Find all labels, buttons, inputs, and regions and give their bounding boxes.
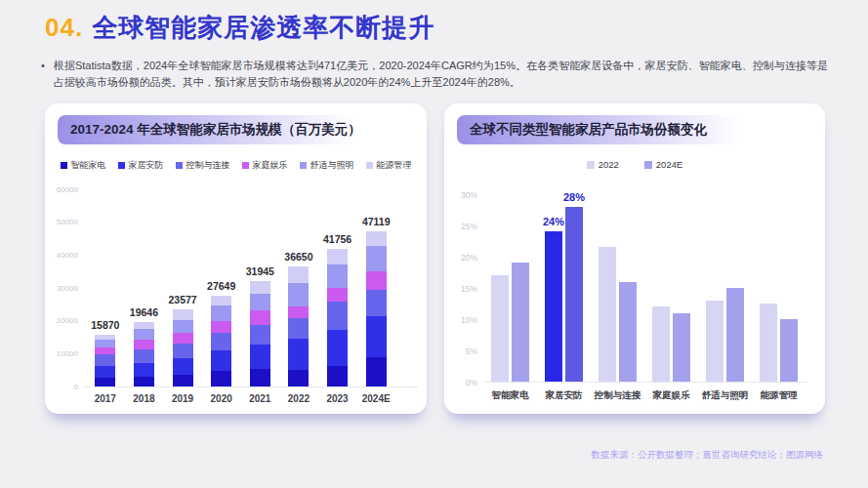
bar-segment [211, 350, 231, 371]
bar [491, 275, 509, 382]
bar-segment [95, 378, 115, 386]
bar-segment [250, 345, 270, 369]
bar-total-label: 27649 [190, 280, 253, 292]
bar-value-label: 24% [534, 216, 573, 227]
slide: 04.全球智能家居渗透率不断提升 • 根据Statista数据，2024年全球智… [0, 0, 868, 488]
bar-segment [211, 296, 231, 305]
data-source-note: 数据来源：公开数据整理；嘉世咨询研究结论；图源网络 [592, 449, 824, 462]
bar-segment [327, 330, 348, 367]
bar-segment [173, 344, 193, 358]
bar-segment [327, 302, 348, 330]
bar-segment [288, 283, 309, 306]
bar-value-label: 28% [555, 191, 594, 203]
bar [619, 282, 637, 382]
bar-segment [211, 333, 231, 351]
bar-total-label: 41756 [307, 233, 369, 245]
bar-segment [366, 231, 387, 245]
x-axis-category-label: 2024E [349, 393, 403, 404]
x-axis-line [483, 382, 807, 383]
bar-segment [250, 294, 270, 311]
bar-segment [366, 316, 387, 356]
bar-total-label: 36650 [268, 251, 330, 263]
bar-segment [327, 249, 348, 264]
x-axis-category-label: 能源管理 [747, 389, 810, 402]
bar-segment [95, 340, 115, 347]
market-share-chart-card: 全球不同类型智能家居产品市场份额变化 20222024E 0%5%10%15%2… [444, 103, 825, 414]
bar-segment [366, 290, 387, 316]
bar-segment [173, 375, 193, 386]
bar [565, 207, 583, 382]
bar-segment [327, 264, 348, 288]
bullet-marker-icon: • [41, 58, 45, 91]
bar-segment [134, 329, 154, 340]
bar-total-label: 19646 [112, 306, 175, 318]
bar-segment [134, 363, 154, 377]
bar-segment [134, 340, 154, 349]
bar-total-label: 23577 [151, 294, 214, 305]
y-axis-tick-label: 0 [47, 383, 78, 391]
bar-segment [366, 271, 387, 290]
bar-segment [134, 322, 154, 329]
x-axis-line [84, 386, 418, 387]
page-title: 04.全球智能家居渗透率不断提升 [45, 11, 434, 45]
y-axis-tick-label: 10% [448, 315, 477, 325]
bar-segment [173, 358, 193, 375]
bar-segment [288, 266, 309, 283]
bar [706, 301, 723, 382]
bar-segment [250, 325, 270, 346]
bar-segment [250, 281, 270, 293]
bar [545, 231, 562, 382]
bar-segment [95, 354, 115, 366]
bar-segment [288, 339, 309, 369]
y-axis-tick-label: 15% [448, 284, 477, 294]
bar-segment [327, 288, 348, 302]
summary-bullet: • 根据Statista数据，2024年全球智能家居市场规模将达到471亿美元，… [41, 58, 828, 91]
bar-total-label: 31945 [228, 265, 291, 277]
stacked-bar-chart: 0100002000030000400005000060000158702017… [45, 103, 427, 414]
bar [673, 313, 690, 382]
page-title-text: 全球智能家居渗透率不断提升 [92, 13, 434, 42]
bar [726, 288, 744, 382]
y-axis-tick-label: 60000 [47, 185, 78, 194]
bar-segment [95, 335, 115, 340]
y-axis-tick-label: 5% [448, 346, 477, 356]
y-axis-tick-label: 30% [448, 190, 477, 200]
y-axis-tick-label: 20% [448, 253, 477, 263]
bar-segment [288, 306, 309, 317]
summary-text: 根据Statista数据，2024年全球智能家居市场规模将达到471亿美元，20… [54, 58, 828, 91]
bar-segment [211, 371, 231, 386]
bar [599, 247, 616, 382]
bar-segment [327, 366, 348, 386]
bar-segment [134, 377, 154, 386]
y-axis-tick-label: 25% [448, 222, 477, 231]
bar-segment [134, 349, 154, 363]
y-axis-tick-label: 30000 [47, 284, 78, 293]
bar-segment [250, 369, 270, 386]
bar-segment [288, 370, 309, 386]
y-axis-tick-label: 0% [448, 378, 477, 387]
bar-segment [366, 357, 387, 386]
bar-total-label: 47119 [345, 216, 407, 227]
bar-total-label: 15870 [74, 319, 137, 331]
bar-segment [173, 320, 193, 333]
market-size-chart-card: 2017-2024 年全球智能家居市场规模（百万美元） 智能家电家居安防控制与连… [45, 103, 427, 414]
y-axis-tick-label: 10000 [47, 349, 78, 358]
grouped-bar-chart: 0%5%10%15%20%25%30%智能家电家居安防控制与连接家庭娱乐舒适与照… [444, 103, 825, 414]
bar-segment [211, 321, 231, 333]
bar-segment [173, 333, 193, 344]
bar-segment [250, 310, 270, 324]
bar-segment [95, 347, 115, 354]
page-number: 04. [45, 13, 83, 42]
y-axis-tick-label: 50000 [47, 218, 78, 226]
bar [780, 319, 798, 382]
y-axis-tick-label: 40000 [47, 251, 78, 260]
bar-segment [366, 246, 387, 271]
bar-segment [288, 318, 309, 340]
bar-segment [211, 305, 231, 321]
bar-segment [95, 366, 115, 378]
bar-segment [173, 309, 193, 320]
bar [512, 263, 529, 382]
bar [760, 304, 777, 382]
bar [652, 306, 670, 382]
